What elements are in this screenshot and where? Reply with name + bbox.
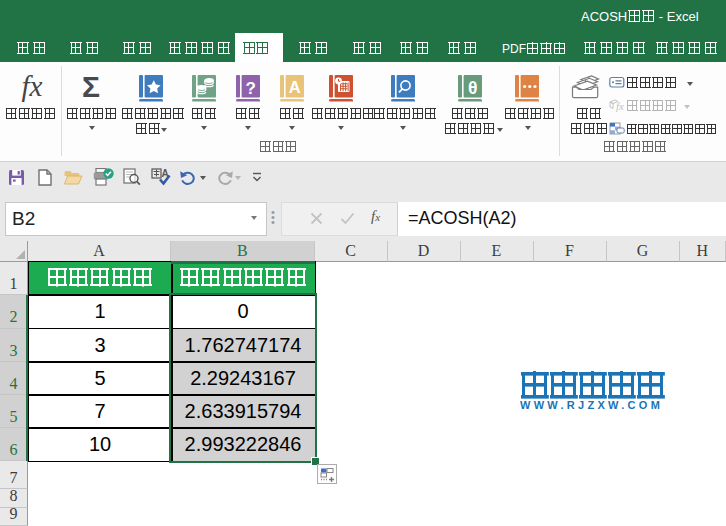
svg-text:A: A (289, 78, 301, 96)
svg-text:fx: fx (616, 100, 624, 112)
svg-text:θ: θ (468, 78, 477, 98)
svg-text:?: ? (245, 79, 255, 98)
